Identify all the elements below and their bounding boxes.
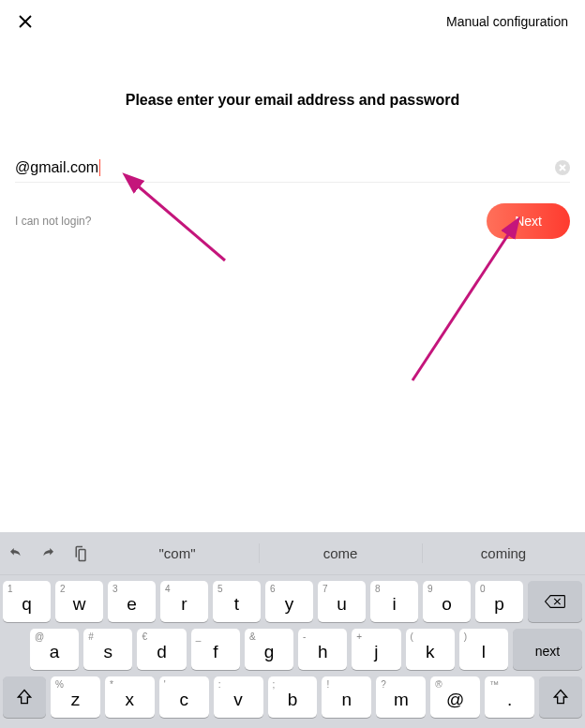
key-@[interactable]: ®@ [430, 676, 480, 718]
email-input-row: @gmail.com [15, 159, 570, 183]
keyboard-toolbar: "com" come coming [0, 532, 585, 575]
key-j[interactable]: +j [352, 629, 400, 670]
key-r[interactable]: 4r [160, 581, 208, 622]
key-s[interactable]: #s [83, 629, 132, 670]
key-a[interactable]: @a [30, 629, 79, 670]
clear-input-icon[interactable] [555, 160, 570, 175]
shift-key-left[interactable] [3, 676, 46, 718]
key-q[interactable]: 1q [3, 581, 51, 622]
key-l[interactable]: )l [459, 629, 508, 670]
key-w[interactable]: 2w [55, 581, 103, 622]
cannot-login-link[interactable]: I can not login? [15, 215, 91, 228]
action-row: I can not login? Next [15, 203, 570, 239]
key-g[interactable]: &g [245, 629, 293, 670]
svg-line-1 [412, 230, 511, 380]
key-b[interactable]: ;b [268, 676, 318, 718]
text-caret [99, 159, 100, 176]
keyboard-suggestion[interactable]: coming [422, 534, 585, 572]
keyboard-row-2: @a#s€d_f&g-h+j(k)lnext [3, 629, 582, 670]
keyboard-row-1: 1q2w3e4r5t6y7u8i9o0p [3, 581, 582, 622]
backspace-key[interactable] [528, 581, 582, 622]
key-x[interactable]: *x [105, 676, 155, 718]
key-p[interactable]: 0p [475, 581, 523, 622]
key-o[interactable]: 9o [423, 581, 471, 622]
key-k[interactable]: (k [406, 629, 455, 670]
key-m[interactable]: ?m [376, 676, 426, 718]
shift-key-right[interactable] [539, 676, 582, 718]
undo-icon[interactable] [0, 545, 32, 562]
key-d[interactable]: €d [137, 629, 186, 670]
on-screen-keyboard: "com" come coming 1q2w3e4r5t6y7u8i9o0p @… [0, 532, 585, 728]
key-v[interactable]: :v [214, 676, 263, 718]
manual-configuration-link[interactable]: Manual configuration [446, 14, 568, 29]
keyboard-suggestions: "com" come coming [96, 534, 585, 572]
header-bar: Manual configuration [0, 0, 585, 39]
key-f[interactable]: _f [191, 629, 240, 670]
key-n[interactable]: !n [322, 676, 371, 718]
annotation-arrow-to-next [375, 221, 544, 394]
keyboard-row-3: %z*x'c:v;b!n?m®@™. [3, 676, 582, 718]
page-title: Please enter your email address and pass… [0, 92, 585, 109]
key-h[interactable]: -h [298, 629, 347, 670]
key-u[interactable]: 7u [318, 581, 366, 622]
key-z[interactable]: %z [51, 676, 100, 718]
keyboard-suggestion[interactable]: "com" [96, 534, 259, 572]
key-y[interactable]: 6y [265, 581, 313, 622]
next-button[interactable]: Next [487, 203, 570, 239]
keyboard-rows: 1q2w3e4r5t6y7u8i9o0p @a#s€d_f&g-h+j(k)ln… [0, 575, 585, 718]
key-e[interactable]: 3e [108, 581, 156, 622]
key-.[interactable]: ™. [485, 676, 534, 718]
close-icon[interactable] [17, 13, 34, 30]
redo-icon[interactable] [32, 545, 64, 562]
key-t[interactable]: 5t [213, 581, 261, 622]
keyboard-next-key[interactable]: next [513, 629, 582, 670]
key-i[interactable]: 8i [370, 581, 418, 622]
clipboard-icon[interactable] [64, 545, 96, 562]
keyboard-suggestion[interactable]: come [259, 534, 422, 572]
key-c[interactable]: 'c [159, 676, 209, 718]
email-field-value[interactable]: @gmail.com [15, 159, 98, 176]
